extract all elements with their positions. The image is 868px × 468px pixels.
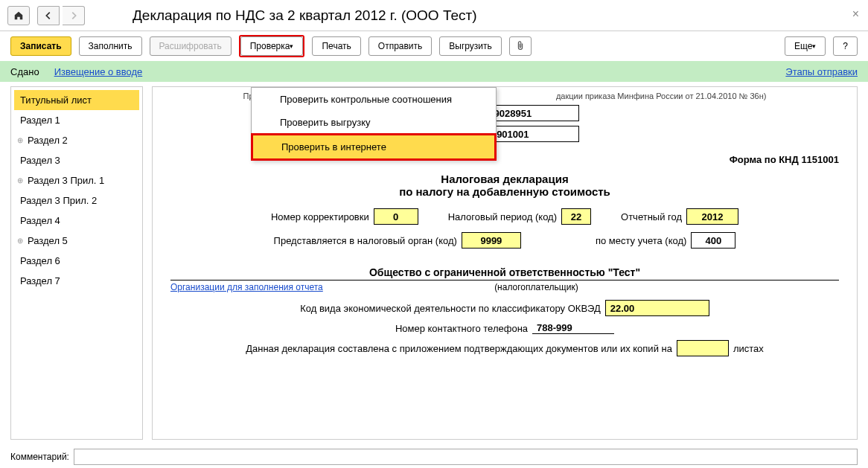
help-button[interactable]: ? (833, 36, 858, 56)
org-role: (налогоплательщик) (323, 282, 750, 292)
sidebar-item-section1[interactable]: Раздел 1 (14, 110, 139, 130)
paperclip-icon (516, 41, 525, 51)
phone-label: Номер контактного телефона (395, 323, 528, 334)
expand-icon: ⊕ (17, 136, 25, 144)
taxorg-label: Представляется в налоговый орган (код) (274, 235, 457, 246)
arrow-left-icon (43, 10, 54, 21)
sidebar-item-section4[interactable]: Раздел 4 (14, 211, 139, 231)
doc-subtitle: по налогу на добавленную стоимость (165, 185, 845, 198)
statusbar: Сдано Извещение о вводе Этапы отправки (0, 61, 868, 82)
place-label: по месту учета (код) (596, 235, 687, 246)
sidebar: Титульный лист Раздел 1 ⊕Раздел 2 Раздел… (10, 86, 143, 440)
place-field[interactable]: 400 (691, 232, 735, 249)
expand-icon: ⊕ (17, 237, 25, 245)
sidebar-item-title-page[interactable]: Титульный лист (14, 90, 139, 110)
save-button[interactable]: Записать (10, 36, 71, 56)
docs-line-a: Данная декларация составлена с приложени… (246, 343, 672, 354)
titlebar: Декларация по НДС за 2 квартал 2012 г. (… (0, 0, 868, 31)
print-button[interactable]: Печать (312, 36, 360, 56)
sidebar-item-section7[interactable]: Раздел 7 (14, 271, 139, 291)
toolbar: Записать Заполнить Расшифровать Проверка… (0, 31, 868, 61)
stages-link[interactable]: Этапы отправки (785, 66, 858, 77)
okved-label: Код вида экономической деятельности по к… (300, 303, 601, 314)
doc-title: Налоговая декларация (165, 173, 845, 185)
docs-line-b: листах (733, 343, 764, 354)
comment-row: Комментарий: (10, 449, 858, 465)
more-button[interactable]: Еще (785, 36, 826, 56)
arrow-right-icon (68, 10, 79, 21)
comment-label: Комментарий: (10, 452, 69, 462)
org-name: Общество с ограниченной ответственностью… (170, 266, 839, 281)
phone-field[interactable]: 788-999 (532, 322, 614, 334)
close-button[interactable]: × (852, 7, 859, 21)
status-link[interactable]: Извещение о вводе (54, 66, 143, 77)
okved-field[interactable]: 22.00 (605, 300, 709, 316)
correction-label: Номер корректировки (271, 211, 369, 222)
form-panel: Проверить контрольные соотношения Провер… (152, 86, 858, 440)
home-icon (13, 10, 24, 21)
attach-button[interactable] (509, 36, 532, 56)
sidebar-item-section3[interactable]: Раздел 3 (14, 150, 139, 170)
year-field[interactable]: 2012 (686, 208, 738, 225)
period-label: Налоговый период (код) (448, 211, 557, 222)
comment-input[interactable] (74, 449, 858, 465)
home-button[interactable] (7, 6, 30, 25)
send-button[interactable]: Отправить (368, 36, 433, 56)
fill-button[interactable]: Заполнить (79, 36, 142, 56)
export-button[interactable]: Выгрузить (439, 36, 502, 56)
sidebar-item-section6[interactable]: Раздел 6 (14, 251, 139, 271)
status-label: Сдано (10, 66, 39, 77)
forward-button[interactable] (63, 6, 85, 25)
check-dropdown-menu: Проверить контрольные соотношения Провер… (251, 87, 497, 161)
sidebar-item-section2[interactable]: ⊕Раздел 2 (14, 130, 139, 150)
expand-icon: ⊕ (17, 176, 25, 185)
sidebar-item-section3-app1[interactable]: ⊕Раздел 3 Прил. 1 (14, 170, 139, 190)
year-label: Отчетный год (621, 211, 682, 222)
decode-button: Расшифровать (150, 36, 232, 56)
window-title: Декларация по НДС за 2 квартал 2012 г. (… (133, 7, 477, 24)
docs-pages-field[interactable] (677, 340, 729, 356)
check-online-item[interactable]: Проверить в интернете (251, 133, 497, 161)
sidebar-item-section3-app2[interactable]: Раздел 3 Прил. 2 (14, 190, 139, 211)
check-export-item[interactable]: Проверить выгрузку (252, 111, 496, 134)
check-ratios-item[interactable]: Проверить контрольные соотношения (252, 88, 496, 111)
check-button[interactable]: Проверка (240, 36, 304, 56)
period-field[interactable]: 22 (561, 208, 591, 225)
correction-field[interactable]: 0 (374, 208, 418, 225)
back-button[interactable] (37, 6, 60, 25)
org-fill-link[interactable]: Организации для заполнения отчета (170, 282, 323, 292)
taxorg-field[interactable]: 9999 (462, 232, 521, 249)
sidebar-item-section5[interactable]: ⊕Раздел 5 (14, 231, 139, 251)
